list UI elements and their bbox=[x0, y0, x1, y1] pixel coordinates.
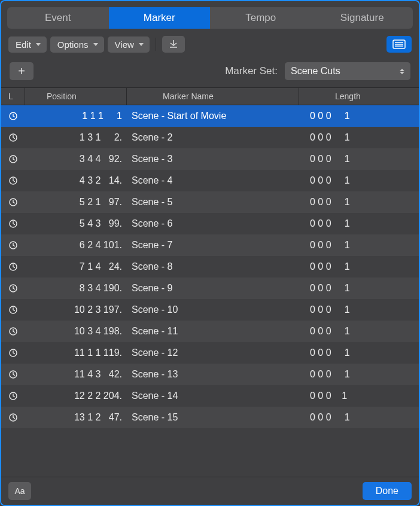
row-lock-cell[interactable] bbox=[1, 391, 25, 401]
row-position[interactable]: 10 2 3 197. bbox=[25, 304, 127, 315]
row-lock-cell[interactable] bbox=[1, 262, 25, 272]
row-length[interactable]: 0 0 0 1 bbox=[299, 111, 419, 121]
row-lock-cell[interactable] bbox=[1, 111, 25, 121]
column-header-length[interactable]: Length bbox=[299, 88, 419, 105]
done-button-label: Done bbox=[376, 486, 398, 496]
column-header-position[interactable]: Position bbox=[25, 88, 127, 105]
row-length[interactable]: 0 0 0 1 bbox=[299, 391, 419, 401]
row-marker-name[interactable]: Scene - 15 bbox=[127, 412, 299, 423]
row-marker-name[interactable]: Scene - 9 bbox=[127, 283, 299, 294]
row-lock-cell[interactable] bbox=[1, 219, 25, 228]
row-position[interactable]: 12 2 2 204. bbox=[25, 391, 127, 401]
table-row[interactable]: 4 3 2 14. Scene - 4 0 0 0 1 bbox=[1, 170, 419, 191]
row-position[interactable]: 7 1 4 24. bbox=[25, 261, 127, 272]
row-marker-name[interactable]: Scene - 12 bbox=[127, 348, 299, 358]
tab-signature[interactable]: Signature bbox=[312, 7, 413, 29]
tab-event[interactable]: Event bbox=[7, 7, 109, 29]
row-lock-cell[interactable] bbox=[1, 154, 25, 164]
playhead-catch-icon bbox=[168, 39, 179, 50]
table-row[interactable]: 5 2 1 97. Scene - 5 0 0 0 1 bbox=[1, 191, 419, 213]
row-length[interactable]: 0 0 0 1 bbox=[299, 261, 419, 272]
row-position[interactable]: 4 3 2 14. bbox=[25, 175, 127, 186]
clock-icon bbox=[8, 391, 18, 401]
row-length[interactable]: 0 0 0 1 bbox=[299, 154, 419, 164]
table-row[interactable]: 12 2 2 204. Scene - 14 0 0 0 1 bbox=[1, 385, 419, 407]
options-menu[interactable]: Options bbox=[50, 36, 104, 53]
row-lock-cell[interactable] bbox=[1, 284, 25, 293]
table-row[interactable]: 5 4 3 99. Scene - 6 0 0 0 1 bbox=[1, 213, 419, 234]
row-lock-cell[interactable] bbox=[1, 327, 25, 336]
marker-set-select[interactable]: Scene Cuts bbox=[285, 62, 410, 80]
row-lock-cell[interactable] bbox=[1, 348, 25, 358]
clock-icon bbox=[8, 154, 18, 164]
row-lock-cell[interactable] bbox=[1, 413, 25, 422]
row-length[interactable]: 0 0 0 1 bbox=[299, 283, 419, 294]
row-marker-name[interactable]: Scene - 3 bbox=[127, 154, 299, 164]
row-marker-name[interactable]: Scene - 2 bbox=[127, 132, 299, 143]
row-position[interactable]: 5 2 1 97. bbox=[25, 197, 127, 208]
row-lock-cell[interactable] bbox=[1, 240, 25, 250]
row-lock-cell[interactable] bbox=[1, 305, 25, 315]
catch-playhead-button[interactable] bbox=[162, 36, 185, 53]
row-position[interactable]: 1 3 1 2. bbox=[25, 132, 127, 143]
row-length[interactable]: 0 0 0 1 bbox=[299, 197, 419, 208]
row-lock-cell[interactable] bbox=[1, 370, 25, 379]
row-length[interactable]: 0 0 0 1 bbox=[299, 132, 419, 143]
row-position[interactable]: 6 2 4 101. bbox=[25, 240, 127, 251]
row-lock-cell[interactable] bbox=[1, 176, 25, 185]
marker-window: Event Marker Tempo Signature Edit Option… bbox=[1, 1, 419, 505]
row-position[interactable]: 10 3 4 198. bbox=[25, 326, 127, 337]
view-menu[interactable]: View bbox=[108, 36, 150, 53]
done-button[interactable]: Done bbox=[363, 482, 412, 500]
table-row[interactable]: 11 1 1 119. Scene - 12 0 0 0 1 bbox=[1, 342, 419, 364]
row-marker-name[interactable]: Scene - Start of Movie bbox=[127, 111, 299, 121]
clock-icon bbox=[8, 240, 18, 250]
row-marker-name[interactable]: Scene - 4 bbox=[127, 175, 299, 186]
row-marker-name[interactable]: Scene - 5 bbox=[127, 197, 299, 208]
table-row[interactable]: 7 1 4 24. Scene - 8 0 0 0 1 bbox=[1, 256, 419, 278]
row-lock-cell[interactable] bbox=[1, 197, 25, 207]
row-marker-name[interactable]: Scene - 7 bbox=[127, 240, 299, 251]
row-position[interactable]: 1 1 1 1 bbox=[25, 111, 127, 121]
list-view-toggle[interactable] bbox=[386, 36, 412, 53]
row-marker-name[interactable]: Scene - 11 bbox=[127, 326, 299, 337]
row-marker-name[interactable]: Scene - 10 bbox=[127, 304, 299, 315]
row-length[interactable]: 0 0 0 1 bbox=[299, 304, 419, 315]
table-row[interactable]: 10 3 4 198. Scene - 11 0 0 0 1 bbox=[1, 321, 419, 342]
row-length[interactable]: 0 0 0 1 bbox=[299, 240, 419, 251]
row-position[interactable]: 11 1 1 119. bbox=[25, 348, 127, 358]
footer: Aa Done bbox=[1, 477, 419, 505]
row-length[interactable]: 0 0 0 1 bbox=[299, 348, 419, 358]
table-row[interactable]: 10 2 3 197. Scene - 10 0 0 0 1 bbox=[1, 299, 419, 321]
row-marker-name[interactable]: Scene - 13 bbox=[127, 369, 299, 380]
table-row[interactable]: 3 4 4 92. Scene - 3 0 0 0 1 bbox=[1, 148, 419, 170]
row-position[interactable]: 11 4 3 42. bbox=[25, 369, 127, 380]
font-size-button[interactable]: Aa bbox=[8, 482, 31, 500]
tab-tempo[interactable]: Tempo bbox=[210, 7, 312, 29]
toolbar: Edit Options View bbox=[1, 29, 419, 60]
table-row[interactable]: 11 4 3 42. Scene - 13 0 0 0 1 bbox=[1, 364, 419, 385]
row-position[interactable]: 13 1 2 47. bbox=[25, 412, 127, 423]
add-marker-button[interactable]: + bbox=[10, 62, 34, 80]
table-row[interactable]: 6 2 4 101. Scene - 7 0 0 0 1 bbox=[1, 234, 419, 256]
table-row[interactable]: 13 1 2 47. Scene - 15 0 0 0 1 bbox=[1, 407, 419, 428]
column-header-l[interactable]: L bbox=[1, 88, 25, 105]
row-position[interactable]: 8 3 4 190. bbox=[25, 283, 127, 294]
row-position[interactable]: 5 4 3 99. bbox=[25, 218, 127, 229]
row-length[interactable]: 0 0 0 1 bbox=[299, 369, 419, 380]
row-marker-name[interactable]: Scene - 8 bbox=[127, 261, 299, 272]
row-marker-name[interactable]: Scene - 6 bbox=[127, 218, 299, 229]
row-length[interactable]: 0 0 0 1 bbox=[299, 218, 419, 229]
edit-menu[interactable]: Edit bbox=[8, 36, 47, 53]
row-length[interactable]: 0 0 0 1 bbox=[299, 175, 419, 186]
row-position[interactable]: 3 4 4 92. bbox=[25, 154, 127, 164]
table-row[interactable]: 8 3 4 190. Scene - 9 0 0 0 1 bbox=[1, 278, 419, 299]
row-marker-name[interactable]: Scene - 14 bbox=[127, 391, 299, 401]
column-header-name[interactable]: Marker Name bbox=[127, 88, 299, 105]
table-row[interactable]: 1 3 1 2. Scene - 2 0 0 0 1 bbox=[1, 127, 419, 148]
row-length[interactable]: 0 0 0 1 bbox=[299, 412, 419, 423]
row-length[interactable]: 0 0 0 1 bbox=[299, 326, 419, 337]
table-row[interactable]: 1 1 1 1 Scene - Start of Movie 0 0 0 1 bbox=[1, 105, 419, 127]
row-lock-cell[interactable] bbox=[1, 133, 25, 142]
tab-marker[interactable]: Marker bbox=[109, 7, 211, 29]
